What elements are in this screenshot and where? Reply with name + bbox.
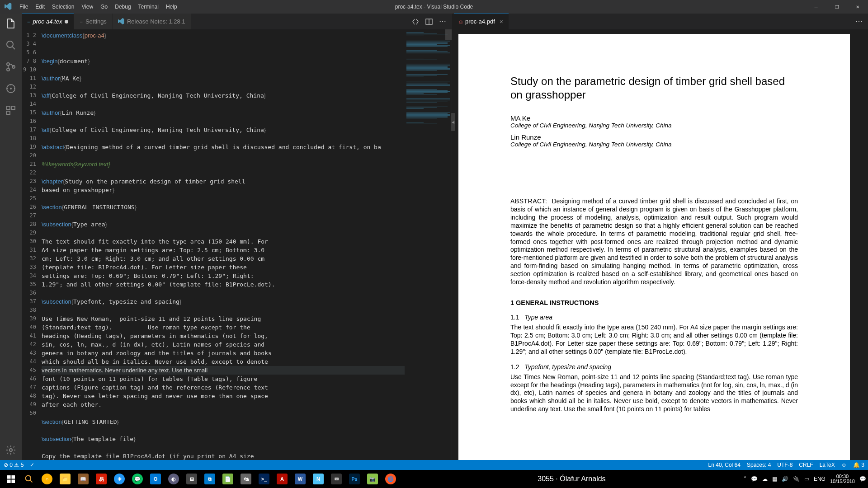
pdf-abstract: ABSTRACT: Designing method of a curved t… <box>510 197 798 286</box>
svg-point-15 <box>26 476 31 481</box>
pdf-author: MA Ke <box>510 114 798 122</box>
tray-clock[interactable]: 00:30 10/15/2018 <box>830 474 855 484</box>
status-check-icon[interactable]: ✓ <box>30 462 34 468</box>
windows-taskbar: ○ 📁 📖 易 ✳ 💬 O ◐ ⊞ ⧉ 📄 🛍 >_ A W N ✉ Ps 📷 … <box>0 470 868 488</box>
maximize-button[interactable]: ❐ <box>826 0 847 14</box>
pdf-affiliation: College of Civil Engineering, Nanjing Te… <box>510 141 798 148</box>
taskbar-app-icon[interactable]: 🌀 <box>382 470 400 488</box>
status-language[interactable]: LaTeX <box>820 462 835 468</box>
close-button[interactable]: ✕ <box>847 0 868 14</box>
more-actions-icon[interactable]: ⋯ <box>855 18 863 25</box>
svg-point-2 <box>7 68 9 71</box>
file-type-icon: ⎙ <box>459 19 462 24</box>
editor-group-left: ≡proc-a4.tex≡SettingsRelease Notes: 1.28… <box>22 14 452 460</box>
more-actions-icon[interactable]: ⋯ <box>439 18 446 25</box>
start-button[interactable] <box>2 470 20 488</box>
menu-help[interactable]: Help <box>162 4 181 10</box>
close-tab-icon[interactable]: × <box>500 18 503 25</box>
status-indentation[interactable]: Spaces: 4 <box>747 462 771 468</box>
editor-group-right: ⎙proc-a4.pdf× ⋯ Study on the parametric … <box>454 14 868 460</box>
file-explorer-icon[interactable]: 📁 <box>56 470 74 488</box>
menu-edit[interactable]: Edit <box>32 4 48 10</box>
tab[interactable]: ≡Settings <box>74 14 112 29</box>
powershell-icon[interactable]: >_ <box>255 470 273 488</box>
status-notifications[interactable]: 🔔 3 <box>853 462 864 468</box>
svg-point-9 <box>9 449 12 451</box>
minimap-viewport[interactable] <box>445 29 452 40</box>
tray-battery-icon[interactable]: ▭ <box>804 476 809 482</box>
tray-volume-icon[interactable]: 🔊 <box>782 476 788 482</box>
taskbar-app-icon[interactable]: ◐ <box>165 470 183 488</box>
minimap[interactable] <box>405 29 452 460</box>
split-editor-icon[interactable] <box>425 18 433 25</box>
compare-changes-icon[interactable] <box>412 18 419 25</box>
main-menu: FileEditSelectionViewGoDebugTerminalHelp <box>16 4 181 10</box>
menu-debug[interactable]: Debug <box>111 4 134 10</box>
pdf-subsection-heading: 1.1 Type area <box>510 314 798 321</box>
status-cursor-position[interactable]: Ln 40, Col 64 <box>708 462 741 468</box>
tray-chevron-icon[interactable]: ˄ <box>744 476 746 482</box>
file-type-icon: ≡ <box>80 19 82 24</box>
pdf-preview[interactable]: Study on the parametric design of timber… <box>458 34 850 460</box>
status-encoding[interactable]: UTF-8 <box>777 462 793 468</box>
activity-bar <box>0 14 22 460</box>
pdf-body-text: Use Times New Roman, point-size 11 and 1… <box>510 373 798 414</box>
word-icon[interactable]: W <box>291 470 309 488</box>
status-errors[interactable]: ⊘ 0 ⚠ 5 <box>4 462 24 468</box>
svg-rect-7 <box>12 106 15 109</box>
menu-selection[interactable]: Selection <box>48 4 78 10</box>
search-taskbar-icon[interactable] <box>20 470 38 488</box>
taskbar-app-icon[interactable]: N <box>309 470 327 488</box>
status-eol[interactable]: CRLF <box>799 462 813 468</box>
taskbar-app-icon[interactable]: 📷 <box>363 470 382 488</box>
tray-app-icon[interactable]: ▦ <box>772 476 777 482</box>
taskbar-app-icon[interactable]: ✳ <box>110 470 128 488</box>
taskbar-app-icon[interactable]: 📄 <box>219 470 237 488</box>
menu-file[interactable]: File <box>16 4 32 10</box>
now-playing[interactable]: 3055 · Ólafur Arnalds <box>400 475 744 483</box>
svg-rect-12 <box>11 475 15 479</box>
tab[interactable]: Release Notes: 1.28.1 <box>113 14 191 29</box>
line-number-gutter: 1 2 3 4 5 6 7 8 9 10 11 12 13 14 15 16 1… <box>22 29 42 460</box>
adobe-reader-icon[interactable]: A <box>273 470 291 488</box>
tray-cloud-icon[interactable]: ☁ <box>762 476 768 482</box>
status-feedback-icon[interactable]: ☺ <box>841 462 847 468</box>
svg-point-0 <box>7 41 13 47</box>
settings-gear-icon[interactable] <box>5 445 16 455</box>
mail-icon[interactable]: ✉ <box>327 470 345 488</box>
debug-icon[interactable] <box>5 83 16 94</box>
system-tray: ˄ 💬 ☁ ▦ 🔊 🔌 ▭ ENG 00:30 10/15/2018 💬 <box>744 474 866 484</box>
tray-notifications-icon[interactable]: 💬 <box>859 476 866 482</box>
extensions-icon[interactable] <box>5 105 16 116</box>
outlook-icon[interactable]: O <box>146 470 165 488</box>
wechat-icon[interactable]: 💬 <box>128 470 146 488</box>
taskbar-app-icon[interactable]: 易 <box>92 470 110 488</box>
minimize-button[interactable]: ─ <box>806 0 826 14</box>
photoshop-icon[interactable]: Ps <box>345 470 363 488</box>
vscode-taskbar-icon[interactable]: ⧉ <box>201 470 219 488</box>
tray-wechat-icon[interactable]: 💬 <box>751 476 758 482</box>
microsoft-store-icon[interactable]: 🛍 <box>237 470 255 488</box>
code-area[interactable]: \documentclass{proc-a4} \begin{document}… <box>42 29 405 460</box>
menu-view[interactable]: View <box>78 4 97 10</box>
taskbar-app-icon[interactable]: 📖 <box>74 470 92 488</box>
tab[interactable]: ⎙proc-a4.pdf× <box>454 14 509 29</box>
source-control-icon[interactable] <box>5 61 16 72</box>
svg-rect-11 <box>7 475 11 479</box>
pdf-title: Study on the parametric design of timber… <box>510 75 798 102</box>
search-icon[interactable] <box>5 40 16 51</box>
tab-label: proc-a4.pdf <box>465 18 495 25</box>
pdf-body-text: The text should fit exactly into the typ… <box>510 324 798 356</box>
tab[interactable]: ≡proc-a4.tex <box>22 14 74 29</box>
taskbar-app-icon[interactable]: ○ <box>38 470 56 488</box>
text-editor[interactable]: 1 2 3 4 5 6 7 8 9 10 11 12 13 14 15 16 1… <box>22 29 452 460</box>
explorer-icon[interactable] <box>5 18 16 29</box>
menu-go[interactable]: Go <box>97 4 111 10</box>
menu-terminal[interactable]: Terminal <box>135 4 162 10</box>
tab-label: Settings <box>85 18 107 25</box>
tab-label: Release Notes: 1.28.1 <box>127 18 185 25</box>
calculator-icon[interactable]: ⊞ <box>183 470 201 488</box>
tray-network-icon[interactable]: 🔌 <box>793 476 800 482</box>
svg-rect-8 <box>7 111 10 114</box>
tray-language[interactable]: ENG <box>814 476 826 482</box>
